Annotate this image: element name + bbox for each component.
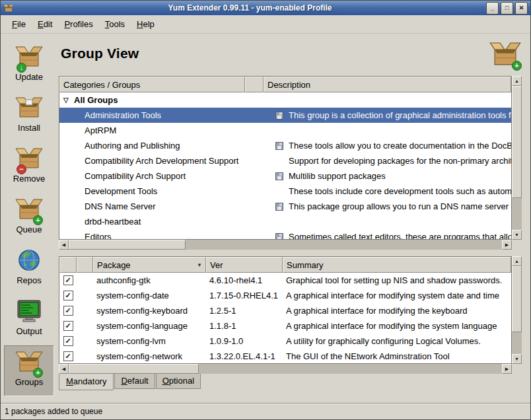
scroll-up-icon: ▲ bbox=[514, 79, 519, 83]
groups-horizontal-scrollbar[interactable]: ◀ ▶ bbox=[59, 240, 512, 250]
package-row-authconfig-gtk[interactable]: ✓ authconfig-gtk 4.6.10-rhel4.1 Graphica… bbox=[59, 273, 511, 288]
column-header-ver[interactable]: Ver bbox=[206, 257, 283, 273]
group-row-administration-tools[interactable]: Administration Tools This group is a col… bbox=[59, 108, 511, 123]
floppy-icon bbox=[275, 203, 283, 211]
group-row-dns-name-server[interactable]: DNS Name Server This package group allow… bbox=[59, 199, 511, 214]
window-title: Yum Extender 0.99.11 - yum-enabled Profi… bbox=[16, 3, 484, 13]
package-checkbox[interactable]: ✓ bbox=[63, 291, 73, 300]
package-row-system-config-language[interactable]: ✓ system-config-language 1.1.8-1 A graph… bbox=[59, 318, 511, 333]
package-row-system-config-network[interactable]: ✓ system-config-network 1.3.22.0.EL.4.1-… bbox=[59, 349, 511, 364]
package-checkbox[interactable]: ✓ bbox=[63, 321, 73, 331]
menu-file[interactable]: File bbox=[6, 17, 32, 32]
groups-vertical-scrollbar[interactable]: ▲ ▼ bbox=[512, 76, 522, 240]
scrollbar-thumb[interactable] bbox=[512, 266, 522, 332]
sidebar: ↓ Update Install bbox=[1, 34, 57, 403]
floppy-icon bbox=[275, 172, 283, 180]
floppy-icon bbox=[275, 142, 283, 150]
group-row-development-tools[interactable]: Development Tools These tools include co… bbox=[59, 184, 511, 199]
packages-horizontal-scrollbar[interactable]: ◀ ▶ bbox=[59, 364, 512, 374]
scrollbar-corner bbox=[512, 364, 522, 374]
remove-icon: − bbox=[14, 145, 44, 173]
update-icon: ↓ bbox=[14, 44, 44, 71]
scroll-down-icon: ▼ bbox=[514, 232, 519, 237]
package-type-tabs: Mandatory Default Optional bbox=[59, 374, 522, 390]
tab-mandatory[interactable]: Mandatory bbox=[59, 374, 114, 390]
column-header-package[interactable]: Package▼ bbox=[93, 257, 206, 273]
scrollbar-thumb[interactable] bbox=[69, 364, 199, 374]
sidebar-item-repos[interactable]: Repos bbox=[4, 244, 54, 295]
sort-indicator-icon: ▼ bbox=[194, 262, 202, 268]
group-row-aptrpm[interactable]: AptRPM bbox=[59, 123, 511, 138]
tab-default[interactable]: Default bbox=[114, 374, 155, 389]
sidebar-item-groups[interactable]: + Groups bbox=[4, 345, 54, 396]
sidebar-item-update[interactable]: ↓ Update bbox=[4, 40, 54, 91]
status-text: 1 packages added to queue bbox=[5, 407, 102, 416]
menu-help[interactable]: Help bbox=[131, 17, 160, 32]
group-root-row[interactable]: ▽All Groups bbox=[59, 92, 511, 108]
packages-vertical-scrollbar[interactable]: ▲ ▼ bbox=[512, 256, 522, 364]
monitor-icon bbox=[14, 298, 44, 326]
scroll-up-button[interactable]: ▲ bbox=[512, 256, 522, 266]
package-checkbox[interactable]: ✓ bbox=[63, 336, 73, 346]
close-button[interactable]: ✕ bbox=[515, 2, 528, 15]
sidebar-item-remove[interactable]: − Remove bbox=[4, 142, 54, 193]
sidebar-item-label: Install bbox=[18, 123, 40, 133]
scrollbar-thumb[interactable] bbox=[512, 86, 522, 198]
group-row-authoring-publishing[interactable]: Authoring and Publishing These tools all… bbox=[59, 138, 511, 153]
scroll-right-button[interactable]: ▶ bbox=[502, 240, 512, 250]
packages-treeview: Package▼ Ver Summary ✓ authconfig-gtk 4.… bbox=[59, 256, 512, 364]
packages-pane: Package▼ Ver Summary ✓ authconfig-gtk 4.… bbox=[59, 256, 522, 374]
titlebar[interactable]: Yum Extender 0.99.11 - yum-enabled Profi… bbox=[1, 1, 530, 15]
column-header-description[interactable]: Description bbox=[264, 77, 511, 92]
group-add-icon: + bbox=[489, 39, 522, 71]
scroll-left-button[interactable]: ◀ bbox=[59, 364, 69, 374]
sidebar-item-output[interactable]: Output bbox=[4, 295, 54, 345]
group-row-drbd-heartbeat[interactable]: drbd-heartbeat bbox=[59, 214, 511, 229]
menu-profiles[interactable]: Profiles bbox=[58, 17, 98, 32]
scrollbar-thumb[interactable] bbox=[69, 240, 186, 250]
column-header-categories-groups[interactable]: Categories / Groups bbox=[59, 77, 245, 92]
group-row-compat-arch-support[interactable]: Compatibility Arch Support Multilib supp… bbox=[59, 168, 511, 184]
app-icon bbox=[3, 3, 14, 13]
sidebar-item-label: Groups bbox=[15, 377, 44, 387]
groups-icon: + bbox=[14, 349, 44, 376]
column-header-icon[interactable] bbox=[245, 77, 264, 92]
yum-extender-window: Yum Extender 0.99.11 - yum-enabled Profi… bbox=[0, 0, 531, 420]
scrollbar-corner bbox=[512, 240, 522, 250]
minus-badge-icon: − bbox=[17, 164, 26, 174]
scroll-right-button[interactable]: ▶ bbox=[502, 364, 512, 374]
scroll-left-icon: ◀ bbox=[62, 367, 65, 371]
scroll-down-button[interactable]: ▼ bbox=[512, 354, 522, 364]
column-header-summary[interactable]: Summary bbox=[283, 257, 511, 273]
group-row-compat-arch-dev-support[interactable]: Compatibility Arch Development Support S… bbox=[59, 153, 511, 168]
expander-open-icon[interactable]: ▽ bbox=[63, 97, 72, 104]
package-row-system-config-date[interactable]: ✓ system-config-date 1.7.15-0.RHEL4.1 A … bbox=[59, 288, 511, 303]
package-row-system-config-lvm[interactable]: ✓ system-config-lvm 1.0.9-1.0 A utility … bbox=[59, 333, 511, 349]
groups-pane: Categories / Groups Description ▽All Gro… bbox=[59, 76, 522, 250]
package-checkbox[interactable]: ✓ bbox=[63, 275, 73, 285]
plus-badge-icon: + bbox=[33, 368, 43, 378]
scroll-right-icon: ▶ bbox=[505, 242, 509, 247]
sidebar-item-queue[interactable]: + Queue bbox=[4, 193, 54, 244]
menubar: File Edit Profiles Tools Help bbox=[1, 15, 530, 34]
sidebar-item-install[interactable]: Install bbox=[4, 91, 54, 142]
queue-icon: + bbox=[14, 196, 44, 224]
maximize-button[interactable]: □ bbox=[501, 2, 513, 15]
scroll-down-button[interactable]: ▼ bbox=[512, 230, 522, 240]
scroll-left-icon: ◀ bbox=[62, 242, 65, 247]
tab-optional[interactable]: Optional bbox=[156, 374, 201, 389]
group-row-editors[interactable]: Editors Sometimes called text editors, t… bbox=[59, 229, 511, 240]
package-row-system-config-keyboard[interactable]: ✓ system-config-keyboard 1.2.5-1 A graph… bbox=[59, 303, 511, 318]
menu-tools[interactable]: Tools bbox=[99, 17, 131, 32]
column-header-select[interactable] bbox=[59, 257, 77, 273]
scroll-left-button[interactable]: ◀ bbox=[59, 240, 69, 250]
minimize-button[interactable]: _ bbox=[486, 2, 499, 15]
sidebar-item-label: Output bbox=[16, 326, 42, 336]
column-header-icon[interactable] bbox=[77, 257, 93, 273]
globe-icon bbox=[14, 247, 44, 275]
package-checkbox[interactable]: ✓ bbox=[63, 351, 73, 361]
scroll-up-button[interactable]: ▲ bbox=[512, 76, 522, 86]
package-checkbox[interactable]: ✓ bbox=[63, 306, 73, 316]
page-title: Group View bbox=[59, 40, 522, 61]
menu-edit[interactable]: Edit bbox=[32, 17, 58, 32]
